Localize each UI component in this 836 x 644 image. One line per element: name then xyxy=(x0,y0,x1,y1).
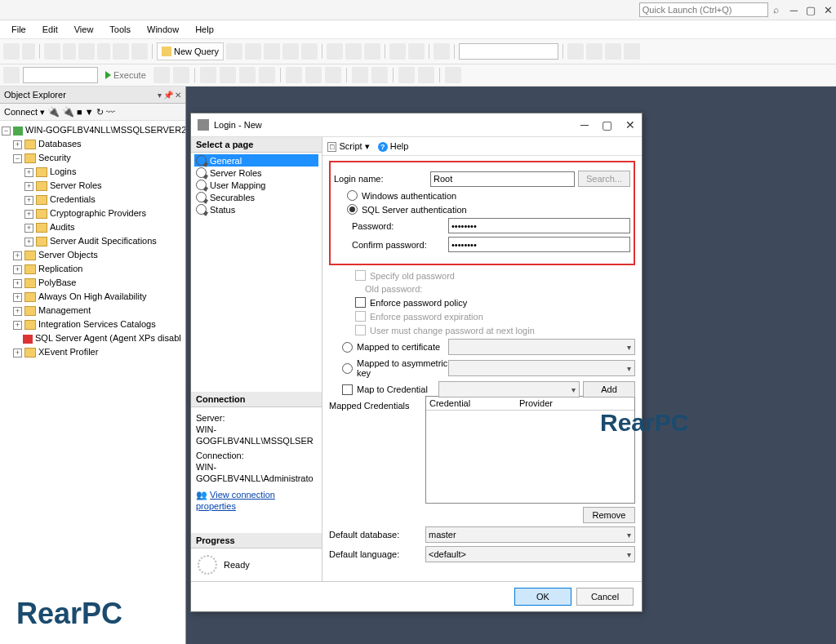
tree-agent[interactable]: SQL Server Agent (Agent XPs disabl xyxy=(2,331,184,345)
dialog-titlebar[interactable]: Login - New ─ ▢ ✕ xyxy=(191,113,642,137)
toolbar-button[interactable] xyxy=(131,43,148,60)
toolbar-button[interactable] xyxy=(586,43,603,60)
tree-security[interactable]: −Security xyxy=(2,151,184,165)
cut-icon[interactable] xyxy=(327,43,343,60)
quick-launch-input[interactable] xyxy=(639,2,768,17)
connect-label[interactable]: Connect xyxy=(4,107,38,117)
sql-auth-radio[interactable] xyxy=(347,204,358,215)
paste-icon[interactable] xyxy=(364,43,380,60)
script-button[interactable]: □ Script ▾ xyxy=(327,141,370,152)
context-combo[interactable] xyxy=(23,67,98,83)
toolbar-dropdown[interactable] xyxy=(63,43,76,60)
object-tree[interactable]: −WIN-GOGFLBV4NLL\MSSQLSERVER2 (S +Databa… xyxy=(0,121,185,644)
toolbar-button[interactable] xyxy=(434,43,450,60)
toolbar-button[interactable] xyxy=(371,67,388,83)
menu-tools[interactable]: Tools xyxy=(103,23,137,36)
tree-xevent[interactable]: +XEvent Profiler xyxy=(2,345,184,359)
menu-window[interactable]: Window xyxy=(140,23,185,36)
nav-securables[interactable]: Securables xyxy=(194,191,318,203)
redo-icon[interactable] xyxy=(408,43,425,60)
stop-icon[interactable] xyxy=(153,67,170,83)
copy-icon[interactable] xyxy=(345,43,362,60)
toolbar-button[interactable] xyxy=(305,67,322,83)
execute-button[interactable]: Execute xyxy=(101,70,150,80)
default-db-combo[interactable]: master xyxy=(425,526,635,543)
remove-button[interactable]: Remove xyxy=(583,507,635,523)
cancel-button[interactable]: Cancel xyxy=(576,588,634,606)
mapped-cert-radio[interactable] xyxy=(342,342,353,353)
tree-audits[interactable]: +Audits xyxy=(2,220,184,234)
tree-audit-spec[interactable]: +Server Audit Specifications xyxy=(2,234,184,248)
dialog-close-icon[interactable]: ✕ xyxy=(625,118,635,131)
tree-management[interactable]: +Management xyxy=(2,304,184,318)
close-icon[interactable]: ✕ xyxy=(824,4,833,16)
toolbar-button[interactable] xyxy=(200,67,216,83)
toolbar-button[interactable] xyxy=(445,67,461,83)
confirm-password-input[interactable] xyxy=(448,237,630,252)
toolbar-button[interactable] xyxy=(78,43,95,60)
windows-auth-radio[interactable] xyxy=(347,190,358,201)
filter-icon[interactable]: ▼ xyxy=(85,107,94,117)
menu-edit[interactable]: Edit xyxy=(36,23,64,36)
menu-view[interactable]: View xyxy=(68,23,100,36)
help-button[interactable]: ? Help xyxy=(378,141,409,152)
toolbar-button[interactable] xyxy=(398,67,415,83)
toolbar-button[interactable] xyxy=(44,43,60,60)
toolbar-button[interactable] xyxy=(220,67,236,83)
nav-user-mapping[interactable]: User Mapping xyxy=(194,179,318,191)
tree-isc[interactable]: +Integration Services Catalogs xyxy=(2,318,184,331)
disconnect-icon[interactable]: 🔌 xyxy=(62,106,74,118)
connect-dropdown-icon[interactable]: ▾ xyxy=(40,107,45,118)
stop-icon[interactable]: ■ xyxy=(77,107,82,117)
toolbar-button[interactable] xyxy=(3,67,20,83)
menu-help[interactable]: Help xyxy=(189,23,220,36)
tree-server-objects[interactable]: +Server Objects xyxy=(2,248,184,262)
default-lang-combo[interactable]: <default> xyxy=(425,546,635,562)
toolbar-button[interactable] xyxy=(567,43,584,60)
toolbar-button[interactable] xyxy=(286,67,302,83)
toolbar-button[interactable] xyxy=(113,43,129,60)
pulse-icon[interactable]: 〰 xyxy=(106,107,115,117)
enforce-policy-checkbox[interactable] xyxy=(355,297,366,308)
nav-server-roles[interactable]: Server Roles xyxy=(194,167,318,179)
tree-crypto[interactable]: +Cryptographic Providers xyxy=(2,207,184,220)
undo-icon[interactable] xyxy=(389,43,406,60)
tree-server-roles[interactable]: +Server Roles xyxy=(2,179,184,193)
nav-status[interactable]: Status xyxy=(194,203,318,215)
toolbar-button[interactable] xyxy=(3,43,20,60)
mapped-asym-radio[interactable] xyxy=(342,363,353,374)
toolbar-button[interactable] xyxy=(239,67,256,83)
login-name-input[interactable] xyxy=(430,171,575,187)
toolbar-button[interactable] xyxy=(282,43,299,60)
toolbar-button[interactable] xyxy=(352,67,368,83)
map-credential-checkbox[interactable] xyxy=(342,384,353,395)
tree-always-on[interactable]: +Always On High Availability xyxy=(2,290,184,304)
toolbar-button[interactable] xyxy=(245,43,261,60)
tree-logins[interactable]: +Logins xyxy=(2,165,184,179)
tree-credentials[interactable]: +Credentials xyxy=(2,193,184,207)
tree-replication[interactable]: +Replication xyxy=(2,262,184,276)
toolbar-button[interactable] xyxy=(325,67,341,83)
toolbar-button[interactable] xyxy=(301,43,318,60)
dialog-minimize-icon[interactable]: ─ xyxy=(580,118,589,131)
maximize-icon[interactable]: ▢ xyxy=(806,4,816,16)
pin-icon[interactable]: 📌 xyxy=(163,91,173,100)
menu-file[interactable]: File xyxy=(5,23,33,36)
toolbar-button[interactable] xyxy=(624,43,640,60)
view-connection-link[interactable]: View connection properties xyxy=(196,490,275,511)
password-input[interactable] xyxy=(448,218,630,233)
toolbar-button[interactable] xyxy=(259,67,275,83)
connect-icon[interactable]: 🔌 xyxy=(47,106,60,118)
close-pane-icon[interactable]: ✕ xyxy=(175,91,181,100)
nav-general[interactable]: General xyxy=(194,154,318,167)
asym-combo[interactable] xyxy=(448,360,635,376)
database-combo[interactable] xyxy=(459,43,558,60)
ok-button[interactable]: OK xyxy=(514,588,571,606)
credential-combo[interactable] xyxy=(438,381,580,398)
toolbar-button[interactable] xyxy=(264,43,280,60)
tree-server-node[interactable]: −WIN-GOGFLBV4NLL\MSSQLSERVER2 (S xyxy=(2,123,184,137)
search-icon[interactable]: ⌕ xyxy=(773,4,779,16)
add-button[interactable]: Add xyxy=(583,381,635,398)
new-query-button[interactable]: New Query xyxy=(157,42,224,60)
parse-icon[interactable] xyxy=(173,67,189,83)
